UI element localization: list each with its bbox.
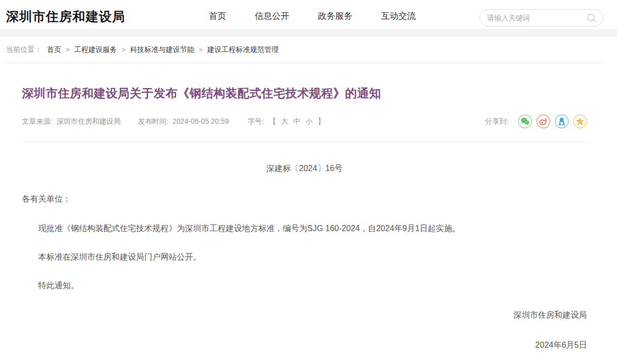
site-header: 深圳市住房和建设局 首页 信息公开 政务服务 互动交流 bbox=[0, 0, 617, 29]
meta-source: 文章来源: 深圳市住房和建设局 bbox=[22, 117, 121, 126]
meta-time-label: 发布时间: bbox=[138, 117, 169, 125]
share-label: 分享到: bbox=[485, 117, 508, 126]
nav-item-gov-services[interactable]: 政务服务 bbox=[318, 10, 353, 22]
meta-time-value: 2024-06-05 20:59 bbox=[173, 117, 229, 125]
salutation: 各有关单位： bbox=[22, 194, 587, 205]
meta-source-value: 深圳市住房和建设局 bbox=[57, 117, 121, 125]
body-paragraph: 特此通知。 bbox=[22, 281, 587, 290]
main-nav: 首页 信息公开 政务服务 互动交流 bbox=[209, 0, 416, 32]
search-input[interactable] bbox=[487, 14, 586, 22]
font-size-label: 字号: bbox=[248, 117, 264, 125]
qzone-star-icon bbox=[575, 117, 585, 126]
breadcrumb-item-engineering-services[interactable]: 工程建设服务 bbox=[74, 45, 117, 54]
breadcrumb-item-home[interactable]: 首页 bbox=[47, 45, 61, 54]
breadcrumb-separator: > bbox=[122, 46, 126, 53]
share-qzone-button[interactable] bbox=[573, 115, 587, 128]
font-size-small-button[interactable]: 小 bbox=[306, 117, 313, 125]
breadcrumb-item-tech-standards[interactable]: 科技标准与建设节能 bbox=[130, 45, 194, 54]
nav-item-interaction[interactable]: 互动交流 bbox=[381, 10, 416, 22]
meta-divider-line bbox=[22, 142, 587, 142]
signature-org: 深圳市住房和建设局 bbox=[22, 310, 587, 321]
body-paragraph: 本标准在深圳市住房和建设局门户网站公开。 bbox=[22, 252, 587, 262]
article-container: 深圳市住房和建设局关于发布《钢结构装配式住宅技术规程》的通知 文章来源: 深圳市… bbox=[0, 86, 617, 351]
share-wechat-button[interactable] bbox=[518, 115, 532, 128]
share-qq-button[interactable] bbox=[555, 115, 569, 128]
font-size-medium-button[interactable]: 中 bbox=[293, 117, 301, 125]
meta-source-label: 文章来源: bbox=[22, 117, 52, 125]
site-logo-title[interactable]: 深圳市住房和建设局 bbox=[6, 8, 125, 25]
share-bar: 分享到: bbox=[485, 115, 587, 128]
breadcrumb-separator: > bbox=[66, 46, 70, 53]
font-size-bracket-open: 【 bbox=[269, 117, 276, 125]
signature-date: 2024年6月5日 bbox=[22, 340, 587, 351]
weibo-icon bbox=[539, 117, 548, 126]
article-meta: 文章来源: 深圳市住房和建设局 发布时间: 2024-06-05 20:59 字… bbox=[22, 117, 343, 126]
article-title: 深圳市住房和建设局关于发布《钢结构装配式住宅技术规程》的通知 bbox=[22, 86, 587, 101]
nav-item-info-disclosure[interactable]: 信息公开 bbox=[255, 10, 289, 22]
nav-item-home[interactable]: 首页 bbox=[209, 10, 226, 22]
qq-icon bbox=[557, 117, 567, 126]
font-size-bracket-close: 】 bbox=[317, 117, 325, 125]
font-size-large-button[interactable]: 大 bbox=[281, 117, 288, 125]
wechat-icon bbox=[520, 117, 530, 126]
breadcrumb-label: 当前位置： bbox=[6, 45, 42, 54]
meta-publish-time: 发布时间: 2024-06-05 20:59 bbox=[138, 117, 229, 126]
font-size-control: 字号: 【 大 中 小 】 bbox=[246, 117, 326, 126]
search-icon[interactable] bbox=[586, 13, 597, 23]
search-box bbox=[479, 9, 603, 26]
breadcrumb-separator: > bbox=[199, 46, 203, 53]
share-weibo-button[interactable] bbox=[536, 115, 550, 128]
article-meta-row: 文章来源: 深圳市住房和建设局 发布时间: 2024-06-05 20:59 字… bbox=[22, 115, 587, 128]
breadcrumb-item-standard-management[interactable]: 建设工程标准规范管理 bbox=[207, 45, 279, 54]
document-number: 深建标〔2024〕16号 bbox=[22, 163, 587, 174]
breadcrumb-divider-line bbox=[7, 63, 603, 63]
breadcrumb: 当前位置： 首页 > 工程建设服务 > 科技标准与建设节能 > 建设工程标准规范… bbox=[0, 37, 617, 63]
body-paragraph: 现批准《钢结构装配式住宅技术规程》为深圳市工程建设地方标准，编号为SJG 160… bbox=[22, 223, 587, 233]
